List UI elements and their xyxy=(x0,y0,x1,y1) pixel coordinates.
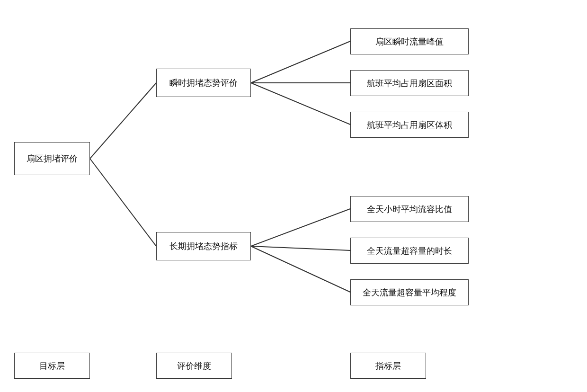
svg-line-1 xyxy=(90,159,156,246)
right-box-5: 全天流量超容量的时长 xyxy=(350,238,469,264)
right-label-4: 全天小时平均流容比值 xyxy=(367,204,452,215)
svg-line-6 xyxy=(251,246,350,250)
right-label-6: 全天流量超容量平均程度 xyxy=(363,287,456,298)
right-box-2: 航班平均占用扇区面积 xyxy=(350,70,469,96)
root-box: 扇区拥堵评价 xyxy=(14,142,90,175)
right-box-6: 全天流量超容量平均程度 xyxy=(350,279,469,305)
label-box-1: 目标层 xyxy=(14,353,90,379)
svg-line-5 xyxy=(251,209,350,246)
label-box-3: 指标层 xyxy=(350,353,426,379)
connector-lines xyxy=(0,0,587,392)
svg-line-7 xyxy=(251,246,350,292)
mid-top-label: 瞬时拥堵态势评价 xyxy=(169,77,238,89)
layer3-label: 指标层 xyxy=(375,360,401,372)
layer2-label: 评价维度 xyxy=(177,360,211,372)
label-box-2: 评价维度 xyxy=(156,353,232,379)
diagram-container: 扇区拥堵评价 瞬时拥堵态势评价 长期拥堵态势指标 扇区瞬时流量峰值 航班平均占用… xyxy=(0,0,587,392)
mid-top-box: 瞬时拥堵态势评价 xyxy=(156,69,251,97)
right-label-1: 扇区瞬时流量峰值 xyxy=(375,36,444,47)
right-box-1: 扇区瞬时流量峰值 xyxy=(350,28,469,54)
right-label-3: 航班平均占用扇区体积 xyxy=(367,119,452,131)
right-box-4: 全天小时平均流容比值 xyxy=(350,196,469,222)
svg-line-4 xyxy=(251,83,350,125)
layer1-label: 目标层 xyxy=(39,360,65,372)
svg-line-2 xyxy=(251,41,350,83)
right-label-2: 航班平均占用扇区面积 xyxy=(367,78,452,89)
svg-line-0 xyxy=(90,83,156,159)
mid-bottom-box: 长期拥堵态势指标 xyxy=(156,232,251,260)
right-box-3: 航班平均占用扇区体积 xyxy=(350,112,469,138)
right-label-5: 全天流量超容量的时长 xyxy=(367,245,452,257)
mid-bottom-label: 长期拥堵态势指标 xyxy=(169,241,238,252)
root-label: 扇区拥堵评价 xyxy=(27,153,78,164)
